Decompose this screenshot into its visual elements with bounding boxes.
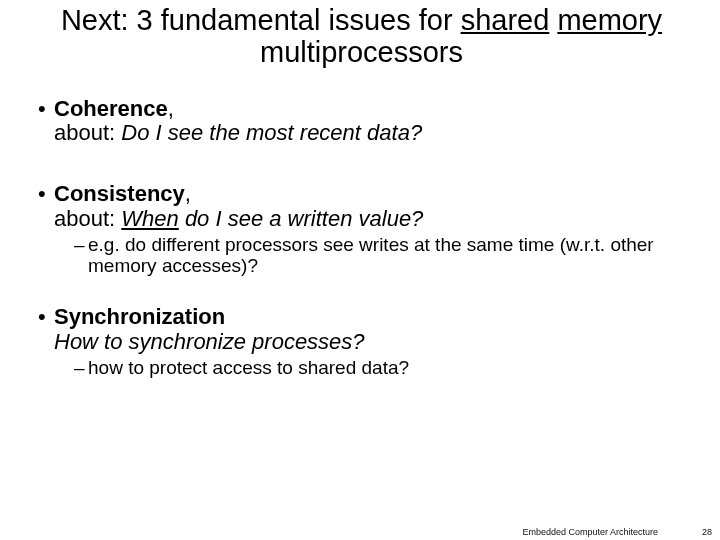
bullet-question: How to synchronize processes? — [54, 329, 365, 354]
dash-icon: – — [74, 358, 88, 379]
bullet-question: Do I see the most recent data? — [121, 120, 422, 145]
sub-bullet-synchronization: – how to protect access to shared data? — [74, 358, 690, 379]
bullet-text: Synchronization How to synchronize proce… — [54, 305, 690, 354]
slide-title: Next: 3 fundamental issues for shared me… — [48, 5, 675, 69]
title-prefix: Next: 3 fundamental issues for — [61, 4, 461, 36]
bullet-comma: , — [168, 96, 174, 121]
bullet-about: about: — [54, 206, 121, 231]
sub-text: how to protect access to shared data? — [88, 358, 690, 379]
bullet-dot-icon: • — [38, 305, 54, 354]
bullet-synchronization: • Synchronization How to synchronize pro… — [38, 305, 690, 354]
slide: Next: 3 fundamental issues for shared me… — [0, 5, 720, 540]
bullet-head: Coherence — [54, 96, 168, 121]
bullet-head: Consistency — [54, 181, 185, 206]
spacer — [38, 150, 690, 182]
sub-bullet-consistency: – e.g. do different processors see write… — [74, 235, 690, 277]
footer-course: Embedded Computer Architecture — [522, 527, 658, 537]
bullet-coherence: • Coherence, about: Do I see the most re… — [38, 97, 690, 146]
dash-icon: – — [74, 235, 88, 277]
spacer — [38, 277, 690, 305]
bullet-head: Synchronization — [54, 304, 225, 329]
bullet-text: Coherence, about: Do I see the most rece… — [54, 97, 690, 146]
bullet-dot-icon: • — [38, 97, 54, 146]
sub-text: e.g. do different processors see writes … — [88, 235, 690, 277]
bullet-consistency: • Consistency, about: When do I see a wr… — [38, 182, 690, 231]
bullet-underlined-word: When — [121, 206, 178, 231]
footer-page-number: 28 — [702, 527, 712, 537]
title-underline-1: shared — [461, 4, 550, 36]
title-underline-2: memory — [557, 4, 662, 36]
slide-body: • Coherence, about: Do I see the most re… — [38, 97, 690, 379]
bullet-text: Consistency, about: When do I see a writ… — [54, 182, 690, 231]
bullet-about: about: — [54, 120, 121, 145]
bullet-comma: , — [185, 181, 191, 206]
bullet-dot-icon: • — [38, 182, 54, 231]
bullet-question: do I see a written value? — [179, 206, 424, 231]
title-suffix: multiprocessors — [260, 36, 463, 68]
